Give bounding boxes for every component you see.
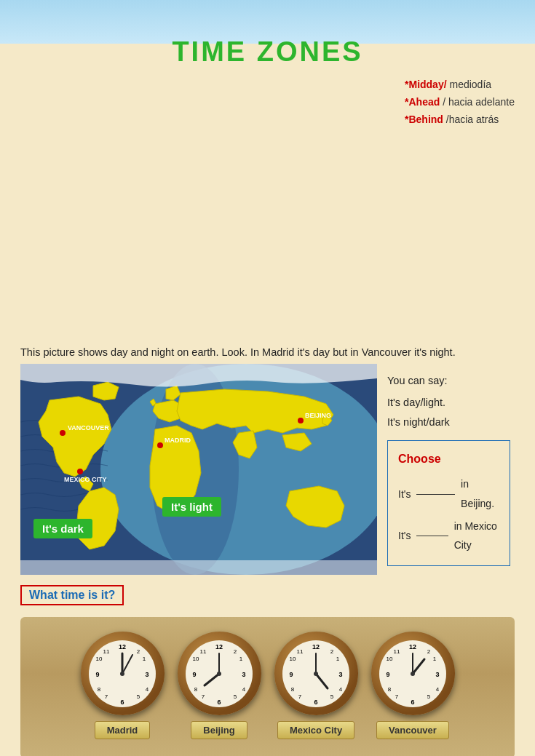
- clock-city-mexico: Mexico City: [290, 725, 342, 736]
- vocabulary-box: *Midday/ mediodía *Ahead / hacia adelant…: [405, 76, 515, 128]
- svg-text:4: 4: [339, 686, 343, 693]
- svg-text:1: 1: [143, 656, 146, 662]
- night-dark-text: It's night/dark: [387, 413, 510, 433]
- svg-text:4: 4: [436, 686, 440, 693]
- svg-point-7: [298, 418, 304, 423]
- clock-svg-madrid: 12 3 6 9 2 10 11 1 4 5 7 8: [89, 640, 156, 707]
- svg-text:11: 11: [200, 648, 207, 655]
- clock-outer-mexico: 12 3 6 9 2 10 11 1 4 5 7 8: [274, 632, 358, 715]
- clock-inner-mexico: 12 3 6 9 2 10 11 1 4 5 7 8: [282, 640, 349, 707]
- clock-inner-beijing: 12 3 6 9 2 10 11 1 4 5 7 8: [186, 640, 253, 707]
- page-title: TIME ZONES: [20, 36, 515, 68]
- day-light-text: It's day/light.: [387, 393, 510, 413]
- clock-city-vancouver: Vancouver: [389, 725, 437, 736]
- clock-vancouver: 12 3 6 9 2 10 11 1 4 5 7 8: [371, 632, 455, 739]
- svg-text:12: 12: [215, 643, 223, 650]
- clock-label-madrid: Madrid: [95, 721, 151, 739]
- svg-text:12: 12: [409, 643, 416, 650]
- clock-outer-vancouver: 12 3 6 9 2 10 11 1 4 5 7 8: [371, 632, 455, 715]
- svg-text:2: 2: [234, 648, 237, 655]
- clocks-row: 12 3 6 9 2 10 11 1 4 5 7 8: [81, 632, 455, 739]
- svg-text:8: 8: [194, 686, 198, 693]
- svg-text:5: 5: [330, 693, 334, 700]
- svg-text:1: 1: [239, 656, 243, 662]
- blank-mexico[interactable]: [416, 536, 448, 536]
- svg-text:6: 6: [217, 699, 221, 706]
- svg-text:7: 7: [395, 693, 399, 700]
- svg-text:9: 9: [95, 671, 99, 678]
- vocab-line-1: *Midday/ mediodía: [405, 76, 515, 94]
- svg-text:9: 9: [386, 671, 389, 678]
- svg-text:MEXICO CITY: MEXICO CITY: [64, 476, 107, 483]
- clock-city-beijing: Beijing: [203, 725, 234, 736]
- svg-point-70: [411, 672, 415, 676]
- vocab-midday-red: *Midday/: [405, 79, 447, 90]
- choose-line-2: It's in Mexico City: [398, 517, 499, 555]
- clock-outer-madrid: 12 3 6 9 2 10 11 1 4 5 7 8: [81, 632, 165, 715]
- svg-point-40: [217, 672, 221, 676]
- what-time-section: What time is it?: [20, 575, 515, 617]
- clock-city-madrid: Madrid: [107, 725, 138, 736]
- svg-text:8: 8: [98, 686, 101, 693]
- clock-svg-mexico: 12 3 6 9 2 10 11 1 4 5 7 8: [282, 640, 349, 707]
- clock-label-beijing: Beijing: [191, 721, 247, 739]
- map-section: VANCOUVER MADRID BEIJING MEXICO CITY It'…: [20, 364, 515, 575]
- svg-text:12: 12: [119, 643, 126, 650]
- vocab-behind-red: *Behind: [405, 114, 443, 125]
- clock-svg-vancouver: 12 3 6 9 2 10 11 1 4 5 7 8: [379, 640, 446, 707]
- map-svg: VANCOUVER MADRID BEIJING MEXICO CITY: [20, 364, 377, 575]
- svg-text:11: 11: [103, 648, 110, 655]
- svg-text:10: 10: [96, 656, 103, 662]
- svg-point-55: [314, 672, 318, 676]
- clock-beijing: 12 3 6 9 2 10 11 1 4 5 7 8: [178, 632, 261, 739]
- svg-text:VANCOUVER: VANCOUVER: [68, 424, 109, 431]
- choose-title: Choose: [398, 448, 499, 470]
- vocab-line-2: *Ahead / hacia adelante: [405, 94, 515, 111]
- svg-text:MADRID: MADRID: [165, 437, 191, 444]
- clock-label-mexico: Mexico City: [277, 721, 354, 739]
- svg-text:5: 5: [427, 693, 431, 700]
- title-section: TIME ZONES: [20, 36, 515, 68]
- svg-text:9: 9: [289, 671, 293, 678]
- choose-beijing-suffix: in Beijing.: [461, 474, 499, 513]
- svg-text:6: 6: [411, 699, 414, 706]
- svg-text:8: 8: [291, 686, 295, 693]
- clock-svg-beijing: 12 3 6 9 2 10 11 1 4 5 7 8: [186, 640, 253, 707]
- map-label-light: It's light: [162, 497, 221, 517]
- svg-text:1: 1: [433, 656, 437, 662]
- svg-text:BEIJING: BEIJING: [305, 412, 331, 419]
- svg-text:2: 2: [427, 648, 431, 655]
- svg-text:12: 12: [312, 643, 320, 650]
- svg-text:3: 3: [145, 671, 148, 678]
- you-can-say: You can say:: [387, 371, 510, 391]
- what-time-text: What time is it?: [29, 589, 115, 601]
- clock-mexico: 12 3 6 9 2 10 11 1 4 5 7 8: [274, 632, 358, 739]
- what-time-box: What time is it?: [20, 585, 124, 605]
- svg-text:10: 10: [193, 656, 199, 662]
- blank-beijing[interactable]: [416, 494, 455, 495]
- svg-text:2: 2: [137, 648, 140, 655]
- clock-inner-vancouver: 12 3 6 9 2 10 11 1 4 5 7 8: [379, 640, 446, 707]
- choose-line-1: It's in Beijing.: [398, 474, 499, 513]
- svg-point-25: [120, 672, 124, 676]
- map-label-dark: It's dark: [33, 519, 92, 538]
- world-map: VANCOUVER MADRID BEIJING MEXICO CITY It'…: [20, 364, 377, 575]
- clock-label-vancouver: Vancouver: [376, 721, 449, 739]
- clock-madrid: 12 3 6 9 2 10 11 1 4 5 7 8: [81, 632, 165, 739]
- svg-text:6: 6: [120, 699, 124, 706]
- choose-mexico-suffix: in Mexico City: [454, 517, 500, 555]
- clock-outer-beijing: 12 3 6 9 2 10 11 1 4 5 7 8: [178, 632, 261, 715]
- svg-point-9: [77, 469, 83, 474]
- svg-text:5: 5: [137, 693, 140, 700]
- intro-paragraph: This picture shows day and night on eart…: [20, 346, 515, 358]
- svg-text:11: 11: [394, 648, 400, 655]
- vocab-midday-black: mediodía: [447, 79, 491, 90]
- svg-text:5: 5: [234, 693, 237, 700]
- svg-text:7: 7: [298, 693, 302, 700]
- svg-line-53: [316, 674, 328, 688]
- svg-text:9: 9: [192, 671, 196, 678]
- clocks-section: 12 3 6 9 2 10 11 1 4 5 7 8: [20, 617, 515, 756]
- vocab-behind-black: /hacia atrás: [443, 114, 499, 125]
- svg-text:3: 3: [338, 671, 342, 678]
- choose-box: Choose It's in Beijing. It's in Mexico C…: [387, 440, 510, 566]
